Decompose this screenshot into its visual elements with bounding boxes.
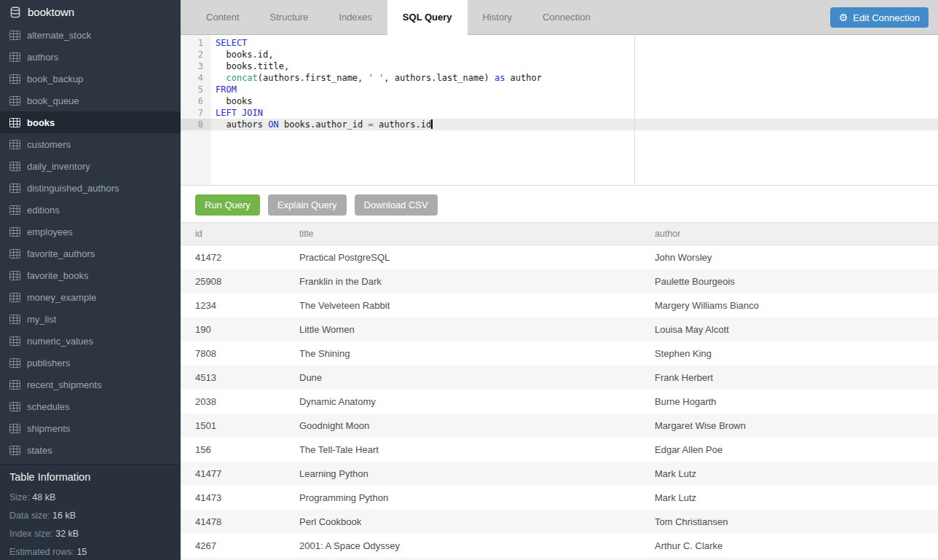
info-label: Estimated rows: [9,547,74,557]
sidebar-item-employees[interactable]: employees [0,221,181,242]
sidebar-item-label: states [27,445,52,456]
info-value: 16 kB [50,510,76,521]
sidebar-item-alternate-stock[interactable]: alternate_stock [0,24,181,46]
table-row[interactable]: 7808The ShiningStephen King [181,342,938,366]
code-line-2[interactable]: books.id, [211,49,938,60]
sidebar-item-label: alternate_stock [27,30,91,41]
info-row-estimated-rows-: Estimated rows: 15 [9,547,171,557]
code-segment: (authors.first_name, [258,73,368,83]
sql-editor[interactable]: 12345678 SELECT books.id, books.title, c… [181,35,938,186]
database-header[interactable]: booktown [0,0,181,24]
code-line-5[interactable]: FROM [211,84,938,95]
cell-id: 7808 [181,348,285,359]
sidebar-item-shipments[interactable]: shipments [0,417,181,439]
explain-query-button[interactable]: Explain Query [268,194,347,216]
sidebar-item-customers[interactable]: customers [0,133,181,155]
table-row[interactable]: 156The Tell-Tale HeartEdgar Allen Poe [181,438,938,462]
table-row[interactable]: 41478Perl CookbookTom Christiansen [181,510,938,534]
sidebar-item-daily-inventory[interactable]: daily_inventory [0,155,181,177]
sidebar-item-recent-shipments[interactable]: recent_shipments [0,374,181,395]
table-row[interactable]: 25908Franklin in the DarkPaulette Bourge… [181,269,938,293]
sidebar: booktown alternate_stock authors book [0,0,181,560]
sidebar-item-books[interactable]: books [0,111,181,133]
sidebar-item-my-list[interactable]: my_list [0,308,181,330]
sidebar-item-authors[interactable]: authors [0,46,181,68]
download-csv-button[interactable]: Download CSV [355,194,438,216]
cell-title: Dynamic Anatomy [285,396,640,407]
code-segment: books.author_id [279,119,368,130]
cell-title: 2001: A Space Odyssey [285,540,640,551]
cell-author: Margaret Wise Brown [640,420,938,431]
code-line-1[interactable]: SELECT [211,37,938,49]
sidebar-item-label: money_example [27,292,96,303]
info-row-data-size-: Data size: 16 kB [9,510,171,521]
sidebar-item-publishers[interactable]: publishers [0,352,181,374]
code-line-4[interactable]: concat(authors.first_name, ' ', authors.… [211,72,938,84]
cell-title: Practical PostgreSQL [285,252,640,263]
code-segment: concat [226,73,257,83]
sql-code-area[interactable]: SELECT books.id, books.title, concat(aut… [211,35,938,185]
code-segment: books [216,96,253,106]
tab-content[interactable]: Content [191,0,255,34]
tab-sql-query[interactable]: SQL Query [387,0,468,34]
sidebar-item-states[interactable]: states [0,439,181,461]
print-margin-ruler [634,35,635,185]
code-segment: ON [268,119,278,130]
tab-history[interactable]: History [468,0,527,34]
results-header: idtitleauthor [181,222,938,245]
sidebar-item-favorite-authors[interactable]: favorite_authors [0,242,181,264]
sidebar-item-numeric-values[interactable]: numeric_values [0,330,181,352]
cell-author: Mark Lutz [640,468,938,479]
sidebar-item-money-example[interactable]: money_example [0,286,181,308]
cell-title: Goodnight Moon [285,420,640,431]
run-query-button[interactable]: Run Query [195,194,260,216]
sidebar-item-label: book_queue [27,95,79,106]
edit-connection-label: Edit Connection [853,12,920,23]
table-information-title: Table Information [9,471,171,483]
cell-id: 41478 [181,516,285,527]
sidebar-item-favorite-books[interactable]: favorite_books [0,264,181,286]
cell-author: Margery Williams Bianco [640,300,938,311]
table-row[interactable]: 190Little WomenLouisa May Alcott [181,318,938,342]
cell-id: 1234 [181,300,285,311]
code-line-7[interactable]: LEFT JOIN [211,107,938,119]
table-icon [9,380,20,390]
line-number: 8 [181,119,211,130]
sidebar-item-editions[interactable]: editions [0,199,181,221]
table-row[interactable]: 41473Programming PythonMark Lutz [181,486,938,510]
table-row[interactable]: 41477Learning PythonMark Lutz [181,462,938,486]
code-line-6[interactable]: books [211,95,938,107]
sidebar-item-distinguished-authors[interactable]: distinguished_authors [0,177,181,199]
edit-connection-button[interactable]: ⚙ Edit Connection [830,7,929,28]
info-label: Size: [9,492,30,502]
table-row[interactable]: 41472Practical PostgreSQLJohn Worsley [181,245,938,269]
code-segment: LEFT JOIN [216,108,263,118]
sidebar-item-book-backup[interactable]: book_backup [0,68,181,90]
tab-structure[interactable]: Structure [255,0,324,34]
table-icon [9,271,20,280]
cell-title: The Tell-Tale Heart [285,444,640,455]
sidebar-item-schedules[interactable]: schedules [0,395,181,417]
database-icon [9,7,21,18]
tab-connection[interactable]: Connection [527,0,606,34]
line-number: 2 [181,49,211,60]
sidebar-item-label: favorite_books [27,270,89,281]
column-header-author: author [640,229,938,239]
table-icon [9,140,20,149]
tab-indexes[interactable]: Indexes [323,0,387,34]
table-row[interactable]: 4513DuneFrank Herbert [181,366,938,390]
table-row[interactable]: 42672001: A Space OdysseyArthur C. Clark… [181,534,938,558]
code-line-8[interactable]: authors ON books.author_id = authors.id [211,119,938,130]
table-row[interactable]: 2038Dynamic AnatomyBurne Hogarth [181,390,938,414]
code-line-3[interactable]: books.title, [211,60,938,72]
table-row[interactable]: 1501Goodnight MoonMargaret Wise Brown [181,414,938,438]
line-number: 4 [181,72,211,84]
app-window: booktown alternate_stock authors book [0,0,938,560]
sidebar-item-label: schedules [27,401,70,412]
table-row[interactable]: 1234The Velveteen RabbitMargery Williams… [181,293,938,318]
table-information-rows: Size: 48 kBData size: 16 kBIndex size: 3… [9,492,171,557]
line-number: 7 [181,107,211,119]
code-segment: as [494,73,505,83]
sidebar-item-book-queue[interactable]: book_queue [0,90,181,111]
code-segment [216,73,226,83]
